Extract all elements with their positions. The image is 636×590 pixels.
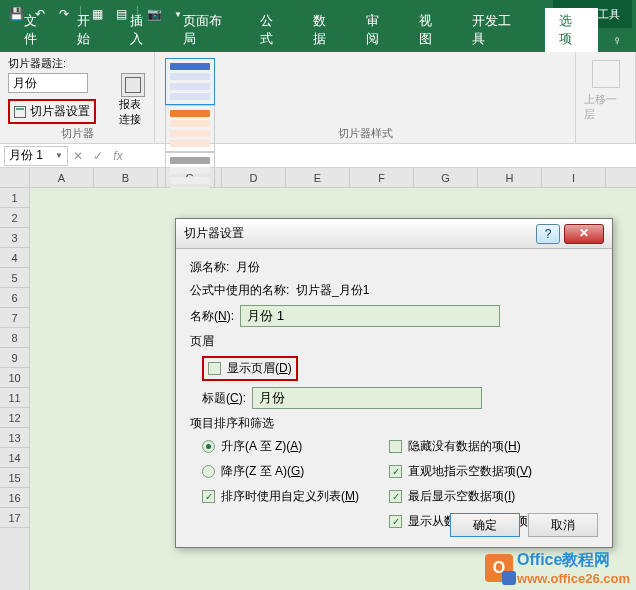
source-name-label: 源名称: [190,259,229,276]
formula-name-label: 公式中使用的名称: [190,282,289,299]
slicer-style-1[interactable] [165,58,215,105]
group-label-slicer: 切片器 [0,126,154,141]
col-header[interactable]: D [222,168,286,187]
watermark-url: www.office26.com [517,571,630,586]
row-headers: 1 2 3 4 5 6 7 8 9 10 11 12 13 14 15 16 1… [0,188,30,590]
bring-forward-icon[interactable] [592,60,620,88]
name-box-value: 月份 1 [9,147,43,164]
cancel-formula-icon[interactable]: ✕ [68,149,88,163]
row-header[interactable]: 6 [0,288,29,308]
row-header[interactable]: 16 [0,488,29,508]
show-deleted-checkbox[interactable] [389,515,402,528]
row-header[interactable]: 15 [0,468,29,488]
name-label: 名称(N): [190,308,234,325]
report-connections-button[interactable]: 报表连接 [119,73,146,127]
custom-list-label: 排序时使用自定义列表(M) [221,488,359,505]
ribbon-group-slicer: 切片器题注: 切片器设置 报表连接 切片器 [0,52,155,143]
dialog-close-button[interactable]: ✕ [564,224,604,244]
mark-nodata-checkbox[interactable] [389,465,402,478]
bring-forward-label: 上移一层 [584,92,627,122]
caption-field-label: 标题(C): [202,390,246,407]
show-last-label: 最后显示空数据项(I) [408,488,515,505]
row-header[interactable]: 3 [0,228,29,248]
watermark-icon: O [485,554,513,582]
header-section-label: 页眉 [190,333,598,350]
row-header[interactable]: 5 [0,268,29,288]
dialog-title: 切片器设置 [184,225,244,242]
custom-list-checkbox[interactable] [202,490,215,503]
mark-nodata-label: 直观地指示空数据项(V) [408,463,532,480]
col-header[interactable]: H [478,168,542,187]
row-header[interactable]: 1 [0,188,29,208]
select-all-corner[interactable] [0,168,30,188]
watermark-title: Office教程网 [517,551,610,568]
watermark: O Office教程网 www.office26.com [485,550,630,586]
tab-review[interactable]: 审阅 [352,8,405,52]
show-header-highlight: 显示页眉(D) [202,356,298,381]
formula-name-value: 切片器_月份1 [296,282,369,299]
sort-asc-radio[interactable] [202,440,215,453]
report-connections-icon [121,73,145,97]
ok-button[interactable]: 确定 [450,513,520,537]
tab-view[interactable]: 视图 [405,8,458,52]
col-header[interactable]: F [350,168,414,187]
sort-asc-label: 升序(A 至 Z)(A) [221,438,302,455]
col-header[interactable]: B [94,168,158,187]
row-header[interactable]: 12 [0,408,29,428]
row-header[interactable]: 13 [0,428,29,448]
show-last-checkbox[interactable] [389,490,402,503]
source-name-value: 月份 [236,259,260,276]
tab-options[interactable]: 选项 [545,8,598,52]
row-header[interactable]: 7 [0,308,29,328]
sort-section-label: 项目排序和筛选 [190,415,598,432]
tab-layout[interactable]: 页面布局 [169,8,247,52]
name-box-dropdown-icon[interactable]: ▼ [55,151,63,160]
column-headers: A B C D E F G H I [30,168,636,188]
col-header[interactable]: G [414,168,478,187]
hide-nodata-label: 隐藏没有数据的项(H) [408,438,521,455]
tab-data[interactable]: 数据 [299,8,352,52]
tab-home[interactable]: 开始 [63,8,116,52]
row-header[interactable]: 9 [0,348,29,368]
ribbon: 切片器题注: 切片器设置 报表连接 切片器 ▴▾▾ 切片器样式 [0,52,636,144]
row-header[interactable]: 10 [0,368,29,388]
caption-input[interactable] [8,73,88,93]
row-header[interactable]: 8 [0,328,29,348]
col-header[interactable]: E [286,168,350,187]
row-header[interactable]: 17 [0,508,29,528]
fx-icon[interactable]: fx [108,149,128,163]
slicer-settings-dialog: 切片器设置 ? ✕ 源名称: 月份 公式中使用的名称: 切片器_月份1 名称(N… [175,218,613,548]
slicer-settings-label: 切片器设置 [30,103,90,120]
cancel-button[interactable]: 取消 [528,513,598,537]
name-input[interactable] [240,305,500,327]
tab-insert[interactable]: 插入 [116,8,169,52]
name-box[interactable]: 月份 1 ▼ [4,146,68,166]
slicer-settings-icon [14,106,26,118]
sort-desc-radio[interactable] [202,465,215,478]
report-connections-label: 报表连接 [119,97,146,127]
show-header-label: 显示页眉(D) [227,360,292,377]
caption-field-input[interactable] [252,387,482,409]
slicer-settings-button[interactable]: 切片器设置 [8,99,96,124]
tab-formula[interactable]: 公式 [246,8,299,52]
row-header[interactable]: 2 [0,208,29,228]
sort-desc-label: 降序(Z 至 A)(G) [221,463,304,480]
formula-bar: 月份 1 ▼ ✕ ✓ fx [0,144,636,168]
ribbon-group-arrange: 上移一层 [576,52,636,143]
dialog-body: 源名称: 月份 公式中使用的名称: 切片器_月份1 名称(N): 页眉 显示页眉… [176,249,612,540]
hide-nodata-checkbox[interactable] [389,440,402,453]
caption-label: 切片器题注: [8,56,146,71]
enter-formula-icon[interactable]: ✓ [88,149,108,163]
col-header[interactable]: I [542,168,606,187]
row-header[interactable]: 14 [0,448,29,468]
tab-dev[interactable]: 开发工具 [458,8,536,52]
show-header-checkbox[interactable] [208,362,221,375]
row-header[interactable]: 4 [0,248,29,268]
row-header[interactable]: 11 [0,388,29,408]
col-header[interactable]: A [30,168,94,187]
tell-me-icon[interactable]: ♀ [598,29,636,52]
dialog-titlebar[interactable]: 切片器设置 ? ✕ [176,219,612,249]
tab-file[interactable]: 文件 [10,8,63,52]
dialog-help-button[interactable]: ? [536,224,560,244]
group-label-styles: 切片器样式 [155,126,575,141]
